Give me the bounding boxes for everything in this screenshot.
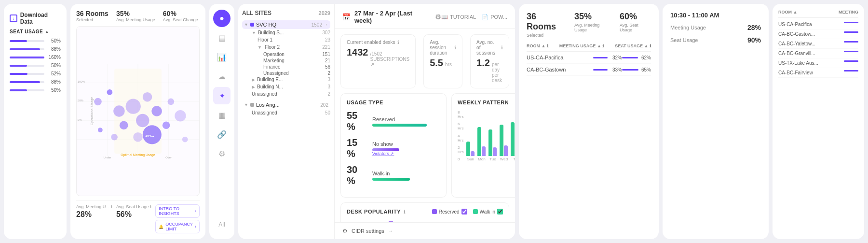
usage-walkin-row: 30 % Walk-in [347,164,440,186]
usage-bar-bg [10,40,44,42]
legend-reserved: Reserved [432,209,467,214]
dept-operation[interactable]: Operation 151 [242,51,330,57]
p7-room-name: CA-BC-Fairview [778,70,844,75]
mon-bars [477,127,486,156]
dept-finance-count: 56 [325,64,330,70]
meeting-usage-label: Meeting Usage [670,25,706,30]
list-item: US-CA-Pacifica [778,20,858,29]
svg-text:0%: 0% [78,118,81,121]
day-sun: Sun [466,142,475,161]
pow-button[interactable]: 📄 POW... [482,14,507,20]
site-item-svchq[interactable]: ▼ SVC HQ 1502 ⋮ [242,20,330,29]
nav-icon-settings[interactable]: ⚙ [213,145,231,162]
usage-bar-bg [10,48,44,50]
all-sites-label[interactable]: ALL SITES [242,10,271,16]
floor2-count: 221 [322,44,330,50]
walkin-pct: 30 % [347,164,368,186]
header-actions: 📖 TUTORIAL 📄 POW... [441,14,507,20]
sun-purple-bar [471,151,475,156]
nav-icon-table[interactable]: ▦ [213,106,231,124]
right-stats-panel: 36 Rooms Selected 35% Avg. Meeting Usage… [519,4,659,239]
la-bullet [250,103,254,107]
walkin-label: Walk-in [372,171,440,176]
gear-icon[interactable]: ⚙ [435,13,441,21]
violators-link[interactable]: Violators ↗ [372,151,440,156]
intro-insights-button[interactable]: INTRO TO INSIGHTS › [155,204,200,218]
site-item-unassigned-svchq[interactable]: Unassigned 2 [242,90,330,98]
tue-label: Tue [489,157,496,161]
p7-col-room: ROOM ▲ [778,10,797,14]
metric-card-desks: Current enabled desks ℹ 1432 /1502 SUBSC… [340,34,416,88]
usage-bar-fill [10,48,40,50]
site-tree-header: ALL SITES 2029 [242,10,330,16]
reserved-pct: 55 % [347,110,368,132]
occupancy-limit-button[interactable]: 🔔 OCCUPANCY LIMIT › [155,220,200,233]
site-options-svchq[interactable]: ⋮ [324,22,328,27]
dept-unassigned-name: Unassigned [263,71,289,76]
metric-avg-sessions-title: Avg. no. of sessions ℹ [476,40,503,56]
nav-icon-cloud2[interactable]: 🔗 [213,126,231,143]
mon-purple-bar [482,146,486,156]
legend-walkin-checkbox[interactable] [497,209,503,214]
seat-usage-value: 90% [747,36,761,44]
site-item-floor1[interactable]: Floor 1 23 [242,36,330,43]
tutorial-button[interactable]: 📖 TUTORIAL [441,14,476,20]
footer-avg-meeting-label: Avg. Meeting U... ℹ [76,204,112,209]
nav-icon-grid[interactable]: ▤ [213,29,231,46]
site-item-la-unassigned[interactable]: Unassigned 50 [242,109,330,116]
nav-icon-home[interactable]: ● [213,10,231,27]
usage-bar-bg [10,81,44,83]
p7-meeting-bar [844,70,858,71]
site-item-building-s[interactable]: ▼ Building S... 302 [242,29,330,36]
p7-room-name: CA-BC-Granvill... [778,51,844,56]
legend-reserved-checkbox[interactable] [461,209,467,214]
footer-avg-meeting: Avg. Meeting U... ℹ 28% [76,204,112,233]
noshow-pct: 15 % [347,137,368,159]
svg-point-24 [182,137,188,143]
svg-text:Optimal Meeting Usage: Optimal Meeting Usage [121,153,155,157]
svg-text:45%●: 45%● [146,134,154,138]
date-range[interactable]: 📅 27 Mar - 2 Apr (Last week) ⚙ [342,10,441,24]
y-2hrs: 2 Hrs [458,145,463,154]
dept-finance[interactable]: Finance 56 [242,63,330,70]
desk-pop-title-row: DESK POPULARITY ℹ [347,209,406,214]
usage-row: 88% [10,79,61,85]
usage-pct-label: 88% [47,79,61,85]
noshow-info: No show Violators ↗ [372,141,440,156]
room-seat-bar-gastown: 65% [622,67,651,72]
site-item-building-n[interactable]: ▶ Building N... 3 [242,83,330,90]
info-icon-avg: ℹ [501,45,503,50]
walkin-info: Walk-in [372,171,440,181]
col-seat: SEAT USAGE ▲ ℹ [615,43,651,48]
download-data-button[interactable]: ↓ Download Data [10,12,61,25]
usage-row: 50% [10,38,61,43]
p7-meeting-bar [844,60,858,62]
p7-table-header: ROOM ▲ MEETING [778,10,858,18]
mon-label: Mon [478,157,486,161]
dept-finance-name: Finance [263,64,281,70]
dept-marketing[interactable]: Marketing 21 [242,57,330,63]
site-item-losangeles[interactable]: ▼ Los Ang... 202 [242,100,330,109]
list-item: CA-BC-Gastow... [778,29,858,39]
download-icon: ↓ [10,14,17,22]
nav-icon-cloud[interactable]: ☁ [213,68,231,85]
p7-col-meeting: MEETING [839,10,858,14]
weekly-pattern-card: WEEKLY PATTERN 8 Hrs 6 Hrs 4 Hrs 2 Hrs 0 [451,93,515,198]
dept-unassigned[interactable]: Unassigned 2 [242,70,330,76]
site-item-floor2[interactable]: ▼ Floor 2 221 [242,43,330,51]
building-e-count: 3 [327,77,330,82]
site-item-building-e[interactable]: ▶ Building E... 3 [242,76,330,83]
svg-text:Under: Under [104,156,111,159]
nav-icon-bulb[interactable]: ✦ [213,87,231,104]
desk-pop-header: DESK POPULARITY ℹ Reserved Walk [347,209,503,214]
usage-pct-label: 50% [47,63,61,68]
noshow-label: No show [372,141,440,147]
nav-icon-chart[interactable]: 📊 [213,48,231,66]
p7-meeting-bar [844,31,858,33]
desk-pop-title: DESK POPULARITY [347,209,401,214]
dept-operation-name: Operation [263,52,285,57]
chevron-floor2: ▼ [258,45,262,50]
cidr-footer: ⚙ CIDR settings → [335,222,515,239]
list-item: US-TX-Lake Aus... [778,58,858,68]
nav-icon-user[interactable]: All [213,216,231,233]
